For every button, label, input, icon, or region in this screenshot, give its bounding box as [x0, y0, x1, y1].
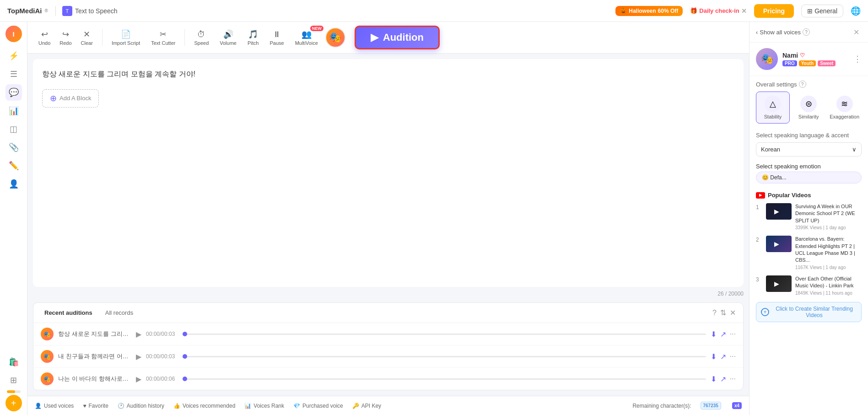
voices-rank-item[interactable]: 📊 Voices Rank — [244, 403, 284, 409]
logo-text: TopMediAi — [7, 7, 42, 15]
purchased-voice-label: Purchased voice — [302, 403, 343, 409]
language-select[interactable]: Korean ∨ — [756, 142, 862, 156]
close-daily-icon[interactable]: ✕ — [741, 7, 747, 15]
product-icon: T — [62, 6, 72, 16]
layers-icon: ◫ — [10, 124, 17, 134]
voice-avatar[interactable]: 🎭 — [325, 27, 345, 48]
exaggeration-setting[interactable]: ≋ Exaggeration — [827, 92, 862, 124]
download-button-3[interactable]: ⬇ — [711, 375, 717, 383]
daily-checkin[interactable]: 🎁 Daily check-in ✕ — [690, 7, 746, 15]
favorite-item[interactable]: ♥ Favorite — [83, 403, 108, 409]
create-similar-button[interactable]: + Click to Create Similar Trending Video… — [756, 302, 862, 322]
sidebar-item-layers[interactable]: ◫ — [5, 121, 22, 137]
editor-text[interactable]: 항상 새로운 지도를 그리며 모험을 계속할 거야! — [42, 68, 734, 80]
user-avatar[interactable]: I — [5, 26, 22, 42]
pause-label: Pause — [270, 40, 284, 46]
video-item-3[interactable]: 3 ▶ Over Each Other (Official Music Vide… — [749, 273, 868, 298]
clear-button[interactable]: ✕ Clear — [77, 27, 97, 48]
download-button-1[interactable]: ⬇ — [711, 330, 717, 339]
help-button[interactable]: ? — [712, 309, 717, 317]
text-cutter-button[interactable]: ✂ Text Cutter — [147, 27, 179, 48]
show-all-voices[interactable]: ‹ Show all voices ? — [756, 28, 810, 36]
api-key-item[interactable]: 🔑 API Key — [352, 403, 381, 409]
progress-dot-2 — [183, 354, 187, 359]
video-thumb-2: ▶ — [766, 236, 792, 252]
recent-tab-active[interactable]: Recent auditions — [41, 307, 96, 318]
more-button-3[interactable]: ··· — [730, 375, 736, 383]
add-button[interactable]: + — [5, 395, 22, 411]
pause-button[interactable]: ⏸ Pause — [266, 28, 287, 48]
progress-3[interactable] — [183, 378, 706, 380]
editor-area[interactable]: 항상 새로운 지도를 그리며 모험을 계속할 거야! ⊕ Add A Block — [33, 59, 744, 287]
import-script-button[interactable]: 📄 Import Script — [108, 27, 144, 48]
share-button-3[interactable]: ↗ — [720, 375, 726, 383]
download-button-2[interactable]: ⬇ — [711, 352, 717, 361]
video-item-1[interactable]: 1 ▶ Surviving A Week in OUR Demonic Scho… — [749, 200, 868, 233]
sidebar-item-chart[interactable]: 📊 — [5, 102, 22, 119]
audition-button[interactable]: ▶ Audition — [355, 26, 440, 49]
pitch-label: Pitch — [248, 40, 259, 46]
general-menu[interactable]: ⊞ General — [801, 5, 843, 17]
purchased-voice-item[interactable]: 💎 Purchased voice — [293, 403, 343, 409]
sidebar-item-text[interactable]: ☰ — [5, 66, 22, 82]
halloween-promo[interactable]: 🎃 Halloween 60% Off — [615, 6, 683, 16]
right-sidebar-header: ‹ Show all voices ? ✕ — [749, 22, 868, 43]
sort-button[interactable]: ⇅ — [720, 308, 726, 317]
share-button-1[interactable]: ↗ — [720, 330, 726, 339]
sidebar-item-clip[interactable]: 📎 — [5, 139, 22, 156]
close-sidebar-button[interactable]: ✕ — [851, 27, 862, 38]
multivoice-label: MultiVoice — [295, 40, 318, 46]
sidebar-item-grid[interactable]: ⊞ — [5, 372, 22, 388]
logo[interactable]: TopMediAi ® — [7, 7, 48, 15]
divider-2 — [184, 29, 185, 46]
play-button-1[interactable]: ▶ — [136, 330, 141, 339]
redo-label: Redo — [59, 40, 71, 46]
close-recent-button[interactable]: ✕ — [730, 308, 736, 317]
play-button-2[interactable]: ▶ — [136, 352, 141, 361]
item-avatar-1: 🎭 — [41, 328, 54, 340]
progress-2[interactable] — [183, 356, 706, 357]
purchased-icon: 💎 — [293, 403, 300, 409]
share-button-2[interactable]: ↗ — [720, 352, 726, 361]
add-block-button[interactable]: ⊕ Add A Block — [42, 89, 99, 108]
recent-section: Recent auditions All records ? ⇅ ✕ 🎭 항상 … — [33, 302, 744, 390]
sidebar-item-shop[interactable]: 🛍️ — [5, 354, 22, 370]
sidebar-item-voice[interactable]: ⚡ — [5, 48, 22, 64]
play-button-3[interactable]: ▶ — [136, 375, 141, 383]
progress-1[interactable] — [183, 334, 706, 335]
more-button-1[interactable]: ··· — [730, 330, 736, 338]
sidebar-item-user[interactable]: 👤 — [5, 176, 22, 192]
all-records-tab[interactable]: All records — [102, 307, 137, 318]
progress-bar-container — [7, 390, 21, 393]
speed-button[interactable]: ⏱ Speed — [190, 28, 212, 48]
overall-settings-title: Overall settings ? — [749, 76, 868, 90]
voices-recommended-item[interactable]: 👍 Voices recommended — [173, 403, 235, 409]
video-item-2[interactable]: 2 ▶ Barcelona vs. Bayern: Extended Highl… — [749, 233, 868, 273]
voice-badges: PRO Youth Sweet — [782, 60, 849, 66]
svg-text:▶: ▶ — [774, 240, 779, 248]
right-sidebar: ‹ Show all voices ? ✕ 🎭 Nami ♡ PRO Youth… — [749, 22, 868, 415]
clear-label: Clear — [81, 40, 93, 46]
daily-label: Daily check-in — [699, 7, 739, 14]
cutter-label: Text Cutter — [151, 40, 175, 46]
clip-icon: 📎 — [9, 142, 19, 152]
voice-menu-button[interactable]: ⋮ — [853, 54, 862, 64]
gift-icon: 🎁 — [690, 7, 697, 14]
api-key-label: API Key — [361, 403, 381, 409]
pricing-button[interactable]: Pricing — [754, 4, 794, 18]
undo-button[interactable]: ↩ Undo — [35, 27, 54, 48]
product-nav[interactable]: T Text to Speech — [55, 6, 118, 16]
product-label: Text to Speech — [75, 7, 118, 15]
language-globe[interactable]: 🌐 — [851, 6, 861, 16]
stability-setting[interactable]: △ Stability — [756, 92, 790, 124]
sidebar-item-edit[interactable]: ✏️ — [5, 157, 22, 174]
used-voices-item[interactable]: 👤 Used voices — [35, 403, 74, 409]
emotion-button[interactable]: 😊 Defa... — [756, 172, 862, 183]
volume-button[interactable]: 🔊 Volume — [216, 27, 240, 48]
similarity-setting[interactable]: ⊜ Similarity — [792, 92, 825, 124]
more-button-2[interactable]: ··· — [730, 352, 736, 361]
pitch-button[interactable]: 🎵 Pitch — [244, 27, 262, 48]
sidebar-item-tts[interactable]: 💬 — [5, 84, 22, 101]
audition-history-item[interactable]: 🕐 Audition history — [118, 403, 164, 409]
redo-button[interactable]: ↪ Redo — [56, 27, 75, 48]
